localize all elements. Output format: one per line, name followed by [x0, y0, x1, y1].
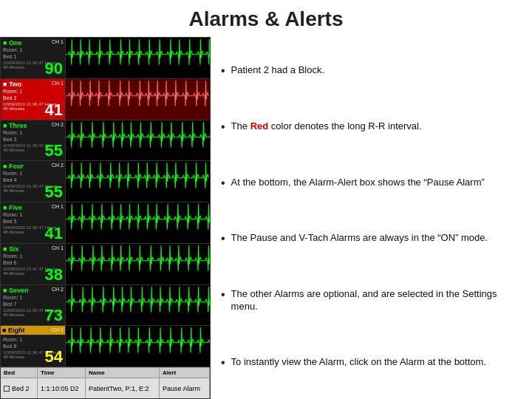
monitor-info-two: ■ TwoRoom: 1Bed 210/09/2010 11:36 47 Hou…	[1, 79, 66, 120]
monitor-bpm-three: 55	[45, 143, 63, 159]
monitor-waveform-six	[66, 244, 210, 284]
monitor-row-two[interactable]: ■ TwoRoom: 1Bed 210/09/2010 11:36 47 Hou…	[1, 79, 210, 120]
info-panel: •Patient 2 had a Block.•The Red color de…	[211, 37, 532, 399]
bullet-item-b2: •The Red color denotes the long R-R inte…	[221, 120, 522, 134]
monitor-ch-three: CH 2	[52, 122, 64, 127]
monitor-waveform-seven	[66, 285, 210, 326]
monitor-row-six[interactable]: ■ SixRoom: 1Bed 610/09/2010 11:47 47 Hou…	[1, 244, 210, 285]
monitor-row-eight[interactable]: ■ EightRoom: 1Bed 810/09/2010 11:36 47 H…	[1, 326, 210, 367]
monitor-info-three: ■ ThreeRoom: 1Bed 310/09/2010 11:36 47 H…	[1, 120, 66, 161]
alert-header-bed: Bed	[1, 368, 38, 378]
monitor-room-four: Room: 1Bed 4	[3, 170, 63, 183]
monitor-ch-eight: CH 1	[52, 327, 64, 332]
bullet-dot-b5: •	[221, 287, 225, 301]
monitor-row-five[interactable]: ■ FiveRoom: 1Bed 510/09/2010 11:36 47 Ho…	[1, 202, 210, 244]
monitor-ch-six: CH 1	[52, 245, 64, 250]
bullet-item-b1: •Patient 2 had a Block.	[221, 64, 522, 78]
monitor-ch-two: CH 1	[52, 81, 64, 86]
monitor-bpm-seven: 73	[45, 307, 63, 324]
alert-bar-header: Bed Time Name Alert	[1, 367, 210, 378]
monitor-waveform-eight	[66, 326, 210, 366]
waveform-svg-seven	[66, 285, 210, 319]
monitor-row-seven[interactable]: ■ SevenRoom: 1Bed 710/09/2010 11:36 47 H…	[1, 285, 210, 327]
alert-checkbox[interactable]	[4, 386, 10, 392]
monitor-ch-seven: CH 2	[52, 287, 64, 292]
bullet-dot-b3: •	[221, 176, 225, 190]
monitor-ch-four: CH 2	[52, 163, 64, 168]
alert-header-alert: Alert	[160, 368, 210, 378]
bullet-text-b2: The Red color denotes the long R-R inter…	[231, 120, 422, 133]
monitor-panel: ■ OneRoom: 1Bed 110/09/2010 11:36 47 Hou…	[0, 37, 211, 399]
monitor-room-three: Room: 1Bed 3	[3, 129, 63, 143]
monitor-waveform-four	[66, 161, 210, 202]
bullet-text-b3: At the bottom, the Alarm-Alert box shows…	[231, 176, 485, 189]
bullet-text-b1: Patient 2 had a Block.	[231, 64, 324, 77]
alert-alert: Pause Alarm	[160, 378, 210, 398]
monitor-bpm-two: 41	[45, 102, 63, 118]
monitor-info-five: ■ FiveRoom: 1Bed 510/09/2010 11:36 47 Ho…	[1, 202, 66, 243]
bullet-text-b6: To instantly view the Alarm, click on th…	[231, 355, 486, 369]
waveform-svg-three	[66, 120, 210, 154]
main-content: ■ OneRoom: 1Bed 110/09/2010 11:36 47 Hou…	[0, 37, 532, 399]
monitor-info-seven: ■ SevenRoom: 1Bed 710/09/2010 11:36 47 H…	[1, 285, 66, 326]
bullet-dot-b1: •	[221, 64, 225, 78]
monitor-room-two: Room: 1Bed 2	[3, 88, 63, 101]
waveform-svg-eight	[66, 326, 210, 360]
alert-name: PatientTwo, P:1, E:2	[86, 378, 160, 398]
monitor-waveform-one	[66, 38, 210, 78]
monitor-bpm-five: 41	[45, 225, 63, 242]
monitor-room-seven: Room: 1Bed 7	[3, 294, 63, 307]
alert-time-value: 1:1:10:05 D2	[41, 385, 79, 392]
alert-alert-value: Pause Alarm	[163, 385, 200, 392]
alert-name-value: PatientTwo, P:1, E:2	[89, 385, 149, 392]
monitor-info-six: ■ SixRoom: 1Bed 610/09/2010 11:47 47 Hou…	[1, 244, 66, 284]
alert-header-time: Time	[38, 368, 86, 378]
bullet-item-b4: •The Pause and V-Tach Alarms are always …	[221, 231, 522, 245]
monitor-waveform-three	[66, 120, 210, 161]
monitor-waveform-five	[66, 202, 210, 243]
bullet-item-b3: •At the bottom, the Alarm-Alert box show…	[221, 176, 522, 190]
bullet-dot-b4: •	[221, 231, 225, 245]
bullet-dot-b2: •	[221, 120, 225, 134]
monitor-info-eight: ■ EightRoom: 1Bed 810/09/2010 11:36 47 H…	[1, 326, 66, 366]
bullet-item-b5: •The other Alarms are optional, and are …	[221, 287, 522, 313]
bullet-item-b6: •To instantly view the Alarm, click on t…	[221, 355, 522, 369]
monitor-row-three[interactable]: ■ ThreeRoom: 1Bed 310/09/2010 11:36 47 H…	[1, 120, 210, 162]
monitor-bpm-one: 90	[45, 61, 63, 77]
alert-bed: Bed 2	[1, 378, 38, 398]
monitor-bpm-four: 55	[45, 184, 63, 200]
alert-header-name: Name	[86, 368, 160, 378]
monitor-room-five: Room: 1Bed 5	[3, 211, 63, 225]
monitor-ch-one: CH 1	[52, 39, 64, 44]
waveform-svg-two	[66, 79, 210, 113]
waveform-svg-five	[66, 202, 210, 236]
monitor-row-four[interactable]: ■ FourRoom: 1Bed 410/09/2010 11:36 47 Ho…	[1, 161, 210, 202]
red-highlight: Red	[250, 120, 269, 132]
alert-bed-value: Bed 2	[12, 385, 30, 392]
monitor-room-one: Room: 1Bed 1	[3, 47, 63, 60]
monitor-row-one[interactable]: ■ OneRoom: 1Bed 110/09/2010 11:36 47 Hou…	[1, 38, 210, 79]
waveform-svg-one	[66, 38, 210, 72]
monitor-bpm-eight: 54	[45, 349, 63, 365]
bullet-text-b5: The other Alarms are optional, and are s…	[231, 287, 522, 313]
page-title: Alarms & Alerts	[0, 0, 532, 37]
monitor-info-one: ■ OneRoom: 1Bed 110/09/2010 11:36 47 Hou…	[1, 38, 66, 78]
monitor-bpm-six: 38	[45, 267, 63, 283]
monitor-room-six: Room: 1Bed 6	[3, 253, 63, 266]
monitor-ch-five: CH 1	[52, 204, 64, 209]
bullet-dot-b6: •	[221, 355, 225, 369]
monitor-waveform-two	[66, 79, 210, 120]
monitor-info-four: ■ FourRoom: 1Bed 410/09/2010 11:36 47 Ho…	[1, 161, 66, 202]
waveform-svg-six	[66, 244, 210, 278]
alert-time: 1:1:10:05 D2	[38, 378, 86, 398]
bullet-text-b4: The Pause and V-Tach Alarms are always i…	[231, 231, 488, 245]
alert-bar-row[interactable]: Bed 2 1:1:10:05 D2 PatientTwo, P:1, E:2 …	[1, 378, 210, 398]
waveform-svg-four	[66, 161, 210, 195]
